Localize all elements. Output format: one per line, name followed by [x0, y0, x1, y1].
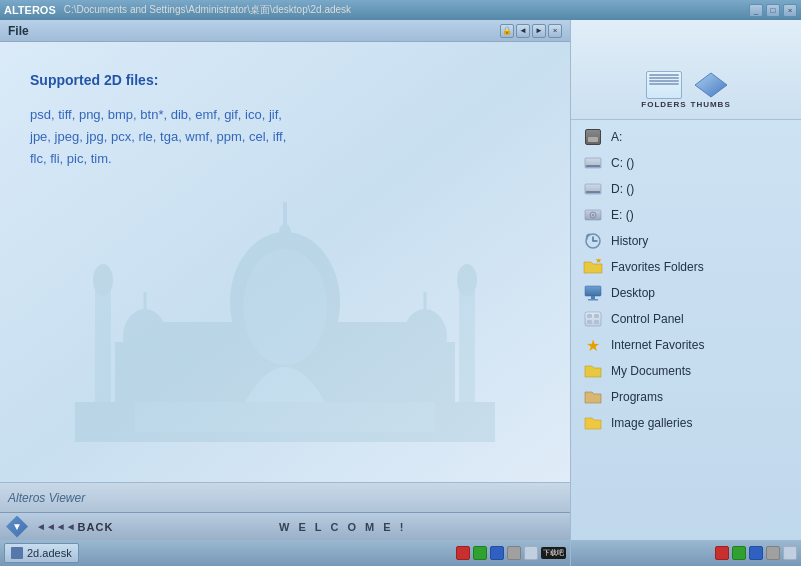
taskbar-green-btn[interactable]: [473, 546, 487, 560]
viewer-label: Alteros Viewer: [8, 491, 85, 505]
svg-rect-29: [591, 296, 595, 299]
main-container: File 🔒 ◄ ► ×: [0, 20, 801, 566]
minimize-button[interactable]: _: [749, 4, 763, 17]
svg-rect-28: [585, 286, 601, 296]
nav-item-my-documents[interactable]: My Documents: [571, 358, 801, 384]
taskbar-blue-btn[interactable]: [490, 546, 504, 560]
right-taskbar-red[interactable]: [715, 546, 729, 560]
title-bar-left: ALTEROS C:\Documents and Settings\Admini…: [4, 3, 351, 17]
nav-item-desktop[interactable]: Desktop: [571, 280, 801, 306]
nav-item-programs[interactable]: Programs: [571, 384, 801, 410]
file-header-controls: 🔒 ◄ ► ×: [500, 24, 562, 38]
svg-point-10: [403, 309, 447, 365]
taskbar-red-btn[interactable]: [456, 546, 470, 560]
favorites-icon: ★: [583, 258, 603, 276]
svg-rect-31: [585, 312, 601, 326]
nav-item-label-drive-e: E: (): [611, 208, 634, 222]
content-area: Supported 2D files: psd, tiff, png, bmp,…: [0, 42, 570, 482]
nav-back-group: ◄◄◄◄ BACK: [36, 521, 113, 533]
nav-item-label-history: History: [611, 234, 648, 248]
desktop-icon: [583, 284, 603, 302]
nav-item-history[interactable]: History: [571, 228, 801, 254]
right-taskbar-light[interactable]: [783, 546, 797, 560]
lock-button[interactable]: 🔒: [500, 24, 514, 38]
formats-line1: psd, tiff, png, bmp, btn*, dib, emf, gif…: [30, 107, 282, 122]
taskbar-item-2dadesk[interactable]: 2d.adesk: [4, 543, 79, 563]
svg-rect-35: [594, 320, 599, 324]
folder-line-2: [649, 77, 679, 79]
taskbar: 2d.adesk 下载吧: [0, 540, 570, 566]
right-taskbar: [571, 540, 801, 566]
nav-item-label-my-documents: My Documents: [611, 364, 691, 378]
folder-line-3: [649, 80, 679, 82]
floppy-drive-shape: [585, 129, 601, 145]
title-bar: ALTEROS C:\Documents and Settings\Admini…: [0, 0, 801, 20]
right-taskbar-green[interactable]: [732, 546, 746, 560]
nav-item-drive-d[interactable]: D: (): [571, 176, 801, 202]
prev-button[interactable]: ◄: [516, 24, 530, 38]
maximize-button[interactable]: □: [766, 4, 780, 17]
next-button[interactable]: ►: [532, 24, 546, 38]
folder-line-1: [649, 74, 679, 76]
svg-rect-30: [588, 299, 598, 301]
svg-rect-16: [135, 402, 435, 432]
right-taskbar-gray[interactable]: [766, 546, 780, 560]
nav-item-drive-e[interactable]: E: (): [571, 202, 801, 228]
gallery-icon: [583, 414, 603, 432]
watermark-badge: 下载吧: [541, 547, 566, 559]
svg-rect-32: [587, 314, 592, 318]
nav-item-favorites[interactable]: ★ Favorites Folders: [571, 254, 801, 280]
drive-c-icon: [583, 154, 603, 172]
left-panel: File 🔒 ◄ ► ×: [0, 20, 570, 566]
taskbar-light-btn[interactable]: [524, 546, 538, 560]
nav-item-label-image-galleries: Image galleries: [611, 416, 692, 430]
nav-item-image-galleries[interactable]: Image galleries: [571, 410, 801, 436]
view-tabs: FOLDERS: [571, 20, 801, 120]
nav-item-drive-a[interactable]: A:: [571, 124, 801, 150]
control-panel-icon: [583, 310, 603, 328]
back-arrows-icon[interactable]: ◄◄◄◄: [36, 521, 76, 532]
nav-item-label-programs: Programs: [611, 390, 663, 404]
star-symbol: ★: [586, 336, 600, 355]
background-watermark: [75, 142, 495, 442]
svg-rect-34: [587, 320, 592, 324]
svg-point-7: [279, 224, 291, 240]
svg-rect-33: [594, 314, 599, 318]
svg-rect-19: [586, 165, 600, 167]
bottom-bar: Alteros Viewer: [0, 482, 570, 512]
title-bar-path: C:\Documents and Settings\Administrator\…: [64, 3, 351, 17]
nav-item-drive-c[interactable]: C: (): [571, 150, 801, 176]
close-file-button[interactable]: ×: [548, 24, 562, 38]
nav-item-internet-favorites[interactable]: ★ Internet Favorites: [571, 332, 801, 358]
nav-item-control-panel[interactable]: Control Panel: [571, 306, 801, 332]
programs-icon: [583, 388, 603, 406]
supported-title: Supported 2D files:: [30, 72, 540, 88]
file-panel-title: File: [8, 24, 29, 38]
svg-point-13: [93, 264, 113, 296]
thumbs-tab[interactable]: THUMBS: [691, 71, 731, 109]
nav-item-label-drive-a: A:: [611, 130, 622, 144]
taskbar-gray-btn[interactable]: [507, 546, 521, 560]
folders-preview: [646, 71, 682, 99]
nav-item-label-favorites: Favorites Folders: [611, 260, 704, 274]
svg-point-24: [592, 214, 594, 216]
svg-point-5: [243, 249, 327, 365]
drive-d-icon: [583, 180, 603, 198]
right-taskbar-blue[interactable]: [749, 546, 763, 560]
right-panel: FOLDERS: [570, 20, 801, 566]
nav-diamond-button[interactable]: ▼: [6, 516, 28, 538]
svg-rect-21: [586, 191, 600, 193]
formats-line2: jpe, jpeg, jpg, pcx, rle, tga, wmf, ppm,…: [30, 129, 286, 144]
svg-point-15: [457, 264, 477, 296]
drive-e-icon: [583, 206, 603, 224]
app-name: ALTEROS: [4, 4, 56, 16]
svg-point-8: [123, 309, 167, 365]
nav-item-label-internet-favorites: Internet Favorites: [611, 338, 704, 352]
folder-line-4: [649, 83, 679, 85]
back-label[interactable]: BACK: [78, 521, 114, 533]
svg-text:★: ★: [595, 259, 602, 265]
mydocs-icon: [583, 362, 603, 380]
close-button[interactable]: ×: [783, 4, 797, 17]
taskbar-right: 下载吧: [456, 546, 566, 560]
folders-tab[interactable]: FOLDERS: [641, 71, 686, 109]
